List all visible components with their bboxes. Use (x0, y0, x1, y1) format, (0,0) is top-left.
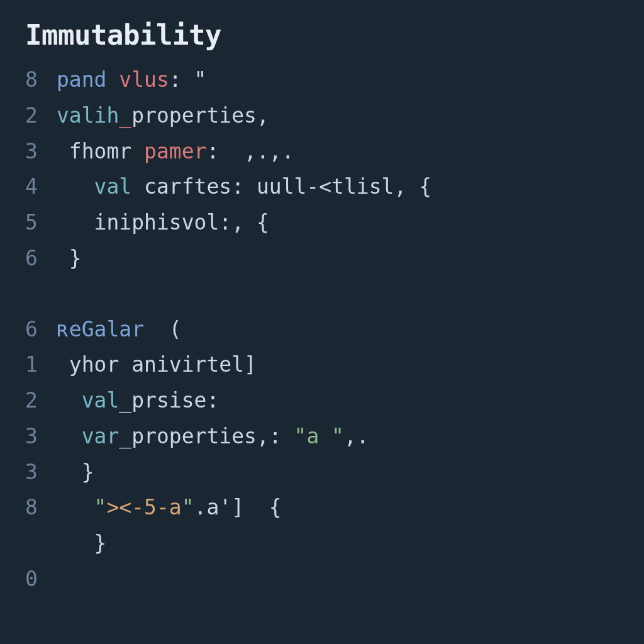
token: : ,.,. (206, 139, 294, 164)
code-line: 2valih_properties, (25, 98, 619, 134)
line-number: 3 (25, 134, 57, 170)
token: iniphisvol:, { (57, 210, 269, 235)
code-editor: 8pand vlus: "2valih_properties,3 fhomr p… (25, 62, 619, 597)
line-number: 1 (25, 347, 57, 383)
token (57, 495, 94, 519)
code-content: "><-5-a".a'] { (57, 490, 282, 526)
code-line: 2 val_prsise: (25, 383, 619, 419)
code-line: 8pand vlus: " (25, 62, 619, 98)
token: ><-5-a (106, 495, 181, 519)
code-content: val_prsise: (57, 383, 219, 419)
code-content: } (57, 526, 106, 562)
token: " (94, 495, 107, 519)
token (57, 424, 82, 448)
token: "a " (294, 424, 344, 448)
token: properties,: (131, 424, 294, 448)
token (106, 67, 119, 92)
token: fhomr (57, 139, 144, 164)
line-number: 2 (25, 383, 57, 419)
line-number (25, 526, 57, 562)
code-line: 6 } (25, 241, 619, 277)
code-line: 5 iniphisvol:, { (25, 205, 619, 241)
token: } (57, 460, 94, 484)
code-content: pand vlus: " (57, 62, 206, 98)
token: _ (119, 388, 131, 413)
token (57, 174, 94, 199)
code-content: } (57, 455, 94, 491)
code-line: 1 yhor anivirtel] (25, 347, 619, 383)
token: : " (169, 67, 207, 92)
token: carftes: uull-<tlisl, { (131, 174, 431, 199)
line-number: 0 (25, 562, 57, 597)
token: _ (119, 424, 131, 448)
code-content: var_properties,: "a ",. (57, 419, 369, 455)
token: ʀeGalar (57, 317, 144, 341)
line-number: 6 (25, 312, 57, 348)
line-number: 5 (25, 205, 57, 241)
token: pamer (144, 139, 206, 164)
code-line: } (25, 526, 619, 562)
token: { (244, 495, 282, 519)
code-block-1: 8pand vlus: "2valih_properties,3 fhomr p… (25, 62, 619, 277)
token (57, 388, 82, 413)
code-line: 0 (25, 562, 619, 597)
line-number: 8 (25, 490, 57, 526)
code-content: fhomr pamer: ,.,. (57, 134, 294, 170)
token: var (82, 424, 119, 448)
token: val (94, 174, 132, 199)
block-spacer (25, 277, 619, 312)
page-title: Immutability (25, 19, 619, 51)
line-number: 8 (25, 62, 57, 98)
code-content: valih_properties, (57, 98, 269, 134)
code-line: 3 } (25, 455, 619, 491)
code-content: yhor anivirtel] (57, 347, 257, 383)
token: ,. (344, 424, 369, 448)
token: pand (57, 67, 106, 92)
code-line: 3 fhomr pamer: ,.,. (25, 134, 619, 170)
code-block-2: 6ʀeGalar (1 yhor anivirtel]2 val_prsise:… (25, 312, 619, 597)
token: _ (119, 103, 131, 128)
token: prsise: (131, 388, 219, 413)
token: valih (57, 103, 119, 128)
line-number: 6 (25, 241, 57, 277)
code-content: iniphisvol:, { (57, 205, 269, 241)
token: val (82, 388, 119, 413)
line-number: 4 (25, 169, 57, 205)
token: .a'] (194, 495, 244, 519)
code-line: 3 var_properties,: "a ",. (25, 419, 619, 455)
code-content: } (57, 241, 82, 277)
line-number: 3 (25, 419, 57, 455)
token: ( (144, 317, 182, 341)
token: yhor anivirtel] (57, 352, 257, 377)
code-content: val carftes: uull-<tlisl, { (57, 169, 431, 205)
token: vlus (119, 67, 169, 92)
code-line: 8 "><-5-a".a'] { (25, 490, 619, 526)
token: properties, (131, 103, 269, 128)
code-content: ʀeGalar ( (57, 312, 182, 348)
code-line: 6ʀeGalar ( (25, 312, 619, 348)
token: } (57, 531, 106, 555)
line-number: 3 (25, 455, 57, 491)
line-number: 2 (25, 98, 57, 134)
token: " (182, 495, 194, 519)
code-line: 4 val carftes: uull-<tlisl, { (25, 169, 619, 205)
token: } (57, 246, 82, 270)
